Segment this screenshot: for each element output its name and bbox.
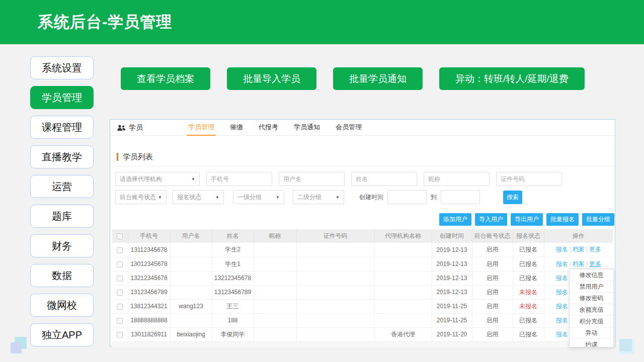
row-checkbox[interactable] [117, 304, 123, 310]
row-checkbox[interactable] [117, 332, 123, 338]
sidebar-item[interactable]: 课程管理 [30, 116, 94, 139]
table-action-button[interactable]: 批量报名 [546, 213, 579, 226]
cell-username [170, 243, 212, 257]
more-link[interactable]: 更多 [589, 246, 601, 253]
panel-tab[interactable]: 代报考 [257, 120, 280, 136]
dropdown-menu-item[interactable]: 修改密码 [570, 292, 613, 304]
cell-signup-status: 已报名 [513, 327, 544, 341]
row-checkbox[interactable] [117, 318, 123, 324]
sidebar-item[interactable]: 财务 [30, 234, 94, 257]
quick-action-button[interactable]: 批量导入学员 [227, 67, 316, 90]
group-level2-select[interactable]: 二级分组 ▼ [293, 190, 344, 204]
panel-tab[interactable]: 会员管理 [334, 120, 363, 136]
created-to-input[interactable] [441, 190, 480, 204]
signup-status-select[interactable]: 报名状态 ▼ [173, 190, 224, 204]
signup-link[interactable]: 报名 [556, 303, 568, 310]
nickname-input[interactable] [424, 172, 490, 186]
cell-username [170, 313, 212, 327]
column-header: 姓名 [212, 229, 254, 243]
dropdown-menu-item[interactable]: 修改信息 [570, 269, 613, 281]
cell-created: 2019-12-13 [432, 285, 472, 299]
cell-account-status: 启用 [472, 299, 513, 313]
quick-buttons-row: 查看学员档案 批量导入学员 批量学员通知 异动：转班/转人/延期/退费 [121, 67, 585, 90]
phone-input[interactable] [206, 172, 272, 186]
dropdown-menu-item[interactable]: 禁用用户 [570, 281, 613, 292]
quick-action-button[interactable]: 查看学员档案 [121, 67, 210, 90]
created-from-input[interactable] [387, 190, 427, 204]
sidebar-item[interactable]: 运营 [30, 175, 94, 198]
username-input[interactable] [279, 172, 345, 186]
row-checkbox[interactable] [117, 276, 123, 282]
account-status-select-value: 前台账号状态 [120, 193, 156, 202]
archive-link[interactable]: 档案 [573, 246, 585, 253]
cell-agency [374, 299, 432, 313]
table-action-button[interactable]: 导入用户 [475, 213, 507, 226]
chevron-down-icon: ▼ [215, 195, 219, 200]
table-row: 13812344321 wang123 王三 2019-11-25 启用 未报名… [112, 299, 613, 313]
column-header: 用户名 [170, 229, 212, 243]
cell-phone: 13123456789 [128, 285, 170, 299]
table-action-button[interactable]: 导出用户 [511, 213, 543, 226]
cell-name: 13123456789 [212, 285, 254, 299]
name-input[interactable] [351, 172, 417, 186]
search-button[interactable]: 搜索 [503, 191, 522, 204]
dropdown-menu-item[interactable]: 约课 [570, 338, 613, 347]
signup-link[interactable]: 报名 [556, 275, 568, 282]
section-title: 学员列表 [123, 152, 153, 162]
signup-link[interactable]: 报名 [556, 260, 568, 267]
table-header-row: 手机号 用户名 姓名 昵称 证件号码 代理机构名称 创建时间 前台账号状态 [112, 229, 613, 243]
sidebar-item[interactable]: 系统设置 [30, 56, 94, 79]
sidebar-item[interactable]: 题库 [30, 205, 94, 228]
row-checkbox[interactable] [117, 247, 123, 253]
more-link[interactable]: 更多 [589, 260, 601, 267]
archive-link[interactable]: 档案 [573, 260, 585, 267]
cell-nickname [254, 299, 296, 313]
group-level1-select[interactable]: 一级分组 ▼ [233, 190, 284, 204]
idnumber-input[interactable] [496, 172, 562, 186]
panel-tab[interactable]: 催缴 [228, 120, 245, 136]
link-separator: | [586, 246, 588, 253]
dropdown-menu-item[interactable]: 余额充值 [570, 304, 613, 315]
cell-nickname [254, 271, 296, 285]
cell-phone: 13112345678 [128, 243, 170, 257]
panel-tab[interactable]: 学员管理 [187, 120, 216, 136]
sidebar-item[interactable]: 微网校 [30, 294, 94, 317]
account-status-select[interactable]: 前台账号状态 ▼ [115, 190, 167, 204]
sidebar-item[interactable]: 直播教学 [30, 145, 94, 168]
row-checkbox[interactable] [117, 290, 123, 296]
cell-username [170, 271, 212, 285]
agency-select[interactable]: 请选择代理机构 ▼ [115, 172, 200, 186]
dropdown-menu-item[interactable]: 异动 [570, 327, 613, 338]
table-action-button[interactable]: 添加用户 [439, 213, 471, 226]
sidebar-item[interactable]: 数据 [30, 264, 94, 287]
quick-action-button[interactable]: 异动：转班/转人/延期/退费 [439, 67, 585, 90]
select-all-checkbox[interactable] [117, 233, 123, 239]
section-header: 学员列表 [110, 148, 615, 166]
link-separator: | [570, 260, 571, 267]
sidebar-item[interactable]: 独立APP [30, 323, 94, 346]
to-label: 到 [431, 193, 437, 202]
group-level1-select-value: 一级分组 [237, 193, 262, 202]
signup-link[interactable]: 报名 [556, 317, 568, 324]
cell-agency [374, 257, 432, 271]
panel-header: 学员 学员管理 催缴 代报考 学员通知 会员管理 [110, 120, 615, 136]
cell-name: 188 [212, 313, 254, 327]
cell-idnumber [296, 327, 374, 341]
quick-action-button[interactable]: 批量学员通知 [333, 67, 423, 90]
filter-row-2: 前台账号状态 ▼ 报名状态 ▼ 一级分组 ▼ 二级分组 ▼ 创建时间 到 搜索 [115, 190, 522, 204]
cell-idnumber [296, 299, 374, 313]
sidebar-item[interactable]: 学员管理 [30, 86, 94, 109]
cell-signup-status: 已报名 [513, 313, 544, 327]
table-body: 13112345678 学生2 2019-12-13 启用 已报名 报名|档案|… [112, 243, 613, 341]
signup-link[interactable]: 报名 [556, 246, 568, 253]
dropdown-menu-item[interactable]: 积分充值 [570, 315, 613, 327]
row-checkbox[interactable] [117, 261, 123, 267]
filter-row-1: 请选择代理机构 ▼ [115, 172, 562, 186]
cell-nickname [254, 313, 296, 327]
signup-link[interactable]: 报名 [556, 289, 568, 296]
signup-link[interactable]: 报名 [556, 331, 568, 338]
signup-status-select-value: 报名状态 [177, 193, 201, 202]
table-action-button[interactable]: 批量分组 [582, 213, 614, 226]
panel-tab[interactable]: 学员通知 [292, 120, 321, 136]
cell-created: 2019-11-25 [432, 313, 472, 327]
